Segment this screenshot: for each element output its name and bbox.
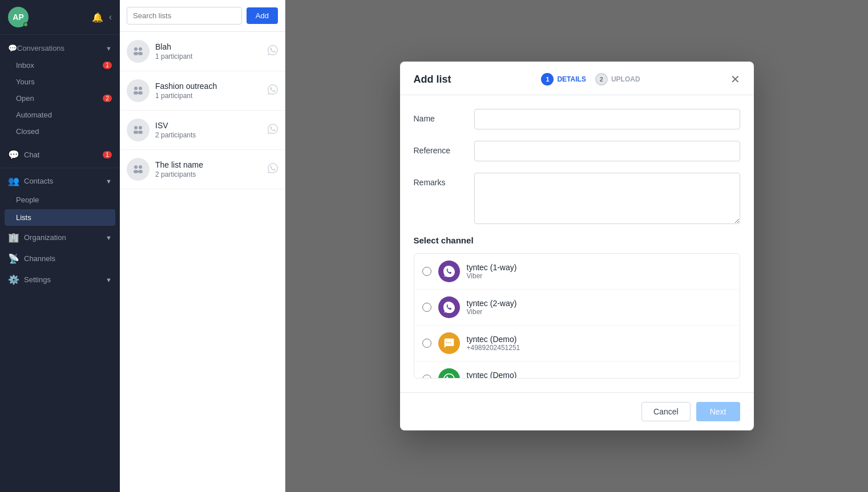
open-label: Open [16, 94, 34, 103]
channel-icon [438, 368, 460, 379]
sidebar-item-inbox[interactable]: Inbox 1 [0, 57, 120, 74]
name-label: Name [414, 109, 465, 123]
list-sub: 2 participants [155, 170, 262, 178]
channel-name: tyntec (Demo) [467, 335, 732, 344]
contacts-label: Contacts [24, 177, 101, 185]
step2-circle: 2 [595, 73, 608, 86]
name-input[interactable] [474, 109, 740, 129]
list-name: ISV [155, 121, 262, 130]
settings-chevron-icon: ▼ [106, 277, 112, 283]
next-button[interactable]: Next [696, 402, 740, 421]
whatsapp-icon [268, 163, 278, 176]
contacts-icon: 👥 [8, 176, 19, 186]
bell-icon[interactable]: 🔔 [92, 12, 103, 23]
modal-footer: Cancel Next [400, 392, 754, 430]
lists-panel: Add Blah 1 participant Fashion [120, 0, 285, 492]
channel-item[interactable]: tyntec (1-way) Viber [414, 254, 740, 290]
channel-item[interactable]: tyntec (2-way) Viber [414, 290, 740, 326]
channel-info: tyntec (2-way) Viber [467, 299, 732, 316]
conversations-label: Conversations [17, 44, 64, 52]
channel-icon [438, 332, 460, 354]
list-sub: 1 participant [155, 92, 262, 100]
channel-radio-2[interactable] [422, 339, 431, 348]
sidebar-header-icons: 🔔 ‹ [92, 12, 112, 23]
modal-close-button[interactable]: ✕ [730, 74, 740, 85]
remarks-textarea[interactable] [474, 173, 740, 224]
conversations-group[interactable]: 💬 Conversations ▼ [0, 39, 120, 57]
conversations-group-icon: 💬 [8, 44, 17, 52]
list-item[interactable]: Fashion outreach 1 participant [120, 71, 285, 111]
list-info: Fashion outreach 1 participant [155, 82, 262, 100]
channel-item[interactable]: tyntec (Demo) +4989202451251 [414, 361, 740, 379]
add-list-modal: Add list 1 DETAILS 2 UPLOAD [400, 62, 754, 430]
sidebar-item-chat[interactable]: 💬 Chat 1 [0, 144, 120, 165]
svg-point-2 [134, 52, 138, 55]
inbox-label: Inbox [16, 61, 34, 70]
sidebar-item-people[interactable]: People [0, 192, 120, 208]
whatsapp-icon [268, 84, 278, 97]
open-badge: 2 [103, 95, 112, 102]
svg-point-11 [138, 131, 143, 134]
organization-icon: 🏢 [8, 232, 19, 243]
channel-sub: +4989202451251 [467, 344, 732, 352]
sidebar-item-open[interactable]: Open 2 [0, 90, 120, 107]
sidebar-settings-group[interactable]: ⚙️ Settings ▼ [0, 269, 120, 290]
list-name: Fashion outreach [155, 82, 262, 91]
add-list-button[interactable]: Add [247, 7, 278, 24]
chevron-down-icon: ▼ [106, 45, 112, 52]
svg-point-12 [134, 165, 138, 169]
svg-point-13 [139, 165, 142, 169]
list-item[interactable]: Blah 1 participant [120, 32, 285, 71]
conversations-section: 💬 Conversations ▼ Inbox 1 Yours Open 2 A… [0, 35, 120, 144]
whatsapp-icon [268, 45, 278, 58]
svg-point-10 [134, 131, 138, 134]
list-item[interactable]: The list name 2 participants [120, 150, 285, 189]
channels-label: Channels [24, 254, 112, 263]
list-name: Blah [155, 42, 262, 51]
svg-point-14 [134, 170, 138, 173]
list-item[interactable]: ISV 2 participants [120, 111, 285, 150]
reference-field-group: Reference [414, 141, 740, 161]
sidebar-organization-group[interactable]: 🏢 Organization ▼ [0, 227, 120, 248]
reference-input[interactable] [474, 141, 740, 161]
list-avatar [127, 40, 150, 63]
svg-point-5 [139, 87, 142, 90]
channel-radio-3[interactable] [422, 375, 431, 379]
svg-point-0 [134, 47, 138, 51]
channel-radio-1[interactable] [422, 303, 431, 312]
avatar[interactable]: AP [8, 7, 29, 27]
cancel-button[interactable]: Cancel [641, 402, 691, 421]
remarks-field-group: Remarks [414, 173, 740, 224]
reference-label: Reference [414, 141, 465, 155]
search-input[interactable] [127, 7, 242, 25]
list-avatar [127, 158, 150, 181]
modal-title: Add list [414, 74, 451, 86]
svg-point-15 [138, 170, 143, 173]
settings-icon: ⚙️ [8, 274, 19, 285]
channel-item[interactable]: tyntec (Demo) +4989202451251 [414, 326, 740, 361]
whatsapp-icon [268, 124, 278, 136]
people-label: People [16, 196, 39, 204]
sidebar-item-yours[interactable]: Yours [0, 74, 120, 90]
inbox-badge: 1 [103, 62, 112, 69]
sidebar-item-automated[interactable]: Automated [0, 107, 120, 123]
list-info: Blah 1 participant [155, 42, 262, 60]
channel-info: tyntec (Demo) +4989202451251 [467, 335, 732, 352]
channel-radio-0[interactable] [422, 267, 431, 276]
channel-info: tyntec (Demo) +4989202451251 [467, 371, 732, 379]
sidebar-item-lists[interactable]: Lists [5, 209, 115, 226]
modal-body: Name Reference Remarks Select channel [400, 95, 754, 392]
svg-point-4 [134, 87, 138, 90]
channel-name: tyntec (1-way) [467, 263, 732, 272]
sidebar-channels-item[interactable]: 📡 Channels [0, 248, 120, 269]
sidebar-item-closed[interactable]: Closed [0, 123, 120, 140]
channel-name: tyntec (Demo) [467, 371, 732, 379]
svg-point-6 [134, 91, 138, 95]
list-sub: 2 participants [155, 131, 262, 139]
chat-icon: 💬 [8, 149, 19, 160]
contacts-chevron-icon: ▼ [106, 178, 112, 185]
modal-overlay: Add list 1 DETAILS 2 UPLOAD [285, 0, 868, 492]
back-icon[interactable]: ‹ [109, 12, 112, 22]
sidebar-contacts-group[interactable]: 👥 Contacts ▼ [0, 170, 120, 192]
step-details: 1 DETAILS [541, 73, 586, 86]
